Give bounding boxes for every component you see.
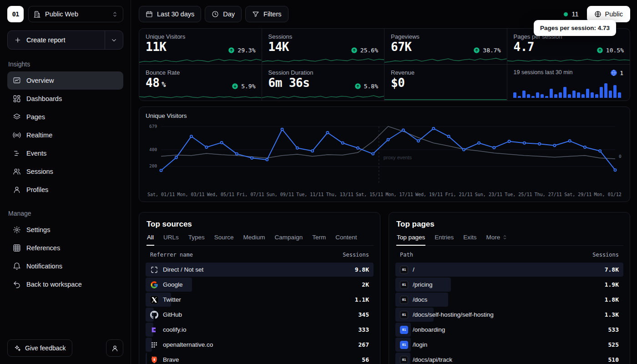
sidebar-item-back-to-workspace[interactable]: Back to workspace (7, 275, 123, 293)
user-menu-button[interactable] (106, 339, 123, 357)
metric-title: Unique Visitors (146, 33, 255, 40)
sidebar-item-overview[interactable]: Overview (7, 71, 123, 90)
date-range-label: Last 30 days (157, 10, 194, 18)
openpanel-favicon: 01 (400, 311, 408, 319)
svg-text:proxy events: proxy events (384, 155, 412, 160)
metric-card-session-duration[interactable]: Session Duration6m 36s5.8% (262, 65, 385, 101)
row-label: openalternative.co (163, 341, 213, 348)
table-row-github[interactable]: GitHub345 (146, 308, 374, 322)
sidebar-item-references[interactable]: References (7, 239, 123, 257)
dashboards-icon (13, 95, 21, 103)
section-label-manage: Manage (7, 210, 123, 217)
chart-x-axis: Sat, 01/11Mon, 03/11Wed, 05/11Fri, 07/11… (146, 192, 623, 197)
table-row-twitter[interactable]: Twitter1.1K (146, 293, 374, 307)
sidebar-item-pages[interactable]: Pages (7, 108, 123, 126)
live-bar (522, 91, 526, 98)
metric-change: 10.5% (597, 47, 624, 54)
metric-change: 38.7% (473, 47, 500, 54)
metric-card-revenue[interactable]: Revenue$0 (384, 65, 507, 101)
tab-top-pages[interactable]: Top pages (396, 234, 425, 246)
table-row-docs[interactable]: 01/docs1.8K (395, 293, 623, 307)
chart-canvas: 679400200proxy events0 (146, 123, 622, 187)
row-label: Direct / Not set (163, 266, 203, 273)
tab-more[interactable]: More (486, 234, 509, 246)
table-row-direct-not-set[interactable]: Direct / Not set9.8K (146, 263, 374, 277)
settings-icon (13, 226, 21, 234)
metric-title: Session Duration (268, 69, 378, 76)
top-sources-rows: Direct / Not set9.8KGoogle2KTwitter1.1KG… (146, 263, 374, 364)
date-range-button[interactable]: Last 30 days (139, 6, 201, 22)
row-label: GitHub (163, 311, 182, 318)
row-value: 1.9K (605, 281, 619, 288)
sidebar-item-label: Overview (26, 77, 54, 84)
row-value: 2K (362, 281, 369, 288)
filters-button[interactable]: Filters (245, 6, 288, 22)
table-row-pricing[interactable]: 01/pricing1.9K (395, 278, 623, 292)
interval-label: Day (223, 10, 235, 18)
calendar-icon (146, 10, 153, 18)
tab-label: Entries (435, 234, 454, 241)
tab-campaign[interactable]: Campaign (274, 234, 303, 246)
metric-sparkline (384, 57, 507, 64)
unique-visitors-chart[interactable]: 679400200proxy events0 (146, 123, 623, 189)
live-visitors-badge[interactable]: 11 (559, 10, 583, 18)
table-row-docs-self-hosting-self-hosting[interactable]: 01/docs/self-hosting/self-hosting1.3K (395, 308, 623, 322)
tab-label: All (147, 234, 154, 241)
metric-card-sessions[interactable]: Sessions14K25.6% (262, 29, 385, 65)
sidebar-item-notifications[interactable]: Notifications (7, 257, 123, 275)
tab-source[interactable]: Source (214, 234, 234, 246)
project-name: Public Web (45, 10, 78, 18)
project-selector[interactable]: Public Web (28, 6, 123, 22)
tab-urls[interactable]: URLs (163, 234, 179, 246)
give-feedback-button[interactable]: Give feedback (7, 339, 72, 357)
table-row-docs-api-track[interactable]: 01/docs/api/track510 (395, 353, 623, 364)
live-country-count: 1 (620, 70, 623, 76)
table-row-coolify-io[interactable]: coolify.io333 (146, 323, 374, 337)
interval-button[interactable]: Day (205, 6, 242, 22)
tab-entries[interactable]: Entries (434, 234, 454, 246)
chart-title: Unique Visitors (146, 112, 623, 119)
live-bar (591, 92, 594, 98)
unique-visitors-chart-card: Unique Visitors 679400200proxy events0 S… (139, 106, 630, 202)
sidebar-item-realtime[interactable]: Realtime (7, 126, 123, 144)
table-row-brave[interactable]: Brave56 (146, 353, 374, 364)
live-bar (527, 94, 530, 98)
metric-card-pageviews[interactable]: Pageviews67K38.7% (384, 29, 507, 65)
references-icon (13, 244, 21, 252)
public-label: Public (605, 10, 623, 18)
sidebar-item-dashboards[interactable]: Dashboards (7, 90, 123, 108)
metric-title: Revenue (391, 69, 500, 76)
table-row-[interactable]: 01/7.8K (395, 263, 623, 277)
row-label: / (413, 266, 415, 273)
sidebar-item-events[interactable]: Events (7, 144, 123, 162)
sidebar-item-profiles[interactable]: Profiles (7, 181, 123, 199)
trend-up-icon (597, 47, 603, 54)
live-bar (618, 92, 621, 98)
tab-medium[interactable]: Medium (243, 234, 266, 246)
metric-card-bounce-rate[interactable]: Bounce Rate48%5.9% (139, 65, 262, 101)
chevrons-up-down-icon (502, 234, 508, 240)
app-logo[interactable]: 01 (7, 6, 24, 22)
table-row-login[interactable]: 01/login525 (395, 338, 623, 352)
row-label: Twitter (163, 296, 181, 303)
tab-types[interactable]: Types (188, 234, 205, 246)
table-row-google[interactable]: Google2K (146, 278, 374, 292)
table-row-onboarding[interactable]: 01/onboarding533 (395, 323, 623, 337)
user-icon (111, 344, 119, 352)
tab-all[interactable]: All (147, 234, 154, 246)
metric-change: 5.8% (354, 83, 378, 90)
table-row-openalternative-co[interactable]: openalternative.co267 (146, 338, 374, 352)
sidebar-item-sessions[interactable]: Sessions (7, 162, 123, 181)
tab-exits[interactable]: Exits (463, 234, 477, 246)
sidebar-item-settings[interactable]: Settings (7, 221, 123, 239)
metric-card-unique-visitors[interactable]: Unique Visitors11K29.3% (139, 29, 262, 65)
create-report-button[interactable]: Create report (7, 30, 123, 50)
filters-label: Filters (263, 10, 281, 18)
live-sessions-card[interactable]: 19 sessions last 30 min1 (507, 65, 630, 101)
create-report-menu-button[interactable] (105, 31, 123, 49)
tab-content[interactable]: Content (335, 234, 357, 246)
row-value: 345 (359, 311, 369, 318)
x-axis-label: Wed, 05/11 (207, 192, 234, 197)
sparkles-icon (14, 344, 21, 352)
tab-term[interactable]: Term (312, 234, 326, 246)
